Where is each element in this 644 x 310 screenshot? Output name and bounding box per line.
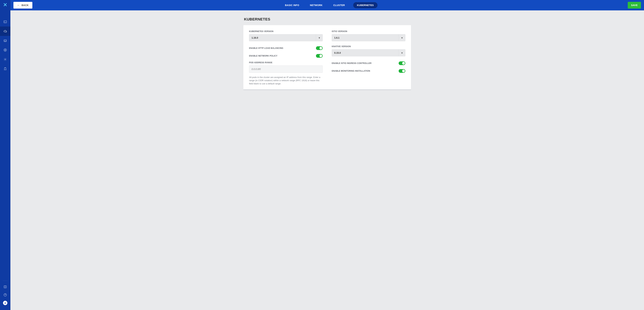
sidebar-item-lock[interactable] <box>0 45 10 55</box>
network-policy-label: ENABLE NETWORK POLICY <box>249 55 278 57</box>
inbox-icon <box>3 39 7 42</box>
chevron-down-icon: ▾ <box>398 34 405 41</box>
top-bar: ← BACK BASIC INFO NETWORK CLUSTER KUBERN… <box>10 0 644 10</box>
tab-network[interactable]: NETWORK <box>308 2 325 8</box>
back-button-label: BACK <box>22 4 29 6</box>
avatar <box>3 301 8 305</box>
gear-icon <box>3 58 7 61</box>
top-tabs: BASIC INFO NETWORK CLUSTER KUBERNETES <box>32 2 628 8</box>
lock-icon <box>3 48 7 52</box>
svg-rect-0 <box>4 21 7 23</box>
sidebar-item-inbox[interactable] <box>0 36 10 45</box>
pod-range-help: All pods in the cluster are assigned an … <box>249 76 323 86</box>
http-lb-row: ENABLE HTTP LOAD BALANCING <box>249 46 323 50</box>
chevron-down-icon: ▾ <box>316 34 322 41</box>
app-root: ← BACK BASIC INFO NETWORK CLUSTER KUBERN… <box>0 0 644 310</box>
sidebar-bottom <box>0 279 10 310</box>
cloud-icon <box>3 29 7 33</box>
chevron-down-icon: ▾ <box>398 50 405 56</box>
monitoring-row: ENABLE MONITORING INSTALLATION <box>332 69 405 73</box>
network-policy-toggle[interactable] <box>316 54 323 58</box>
tab-basic-info[interactable]: BASIC INFO <box>282 2 302 8</box>
k8s-version-value: 1.16.0 <box>249 36 316 39</box>
svg-rect-4 <box>4 68 6 70</box>
monitoring-toggle[interactable] <box>399 69 405 73</box>
tab-kubernetes[interactable]: KUBERNETES <box>353 2 377 8</box>
clipboard-icon <box>3 67 7 70</box>
svg-point-7 <box>5 296 5 296</box>
main-area: ← BACK BASIC INFO NETWORK CLUSTER KUBERN… <box>10 0 644 310</box>
sidebar-item-cloud[interactable] <box>0 26 10 36</box>
network-policy-row: ENABLE NETWORK POLICY <box>249 54 323 58</box>
istio-version-label: ISTIO VERSION <box>332 30 405 32</box>
save-button[interactable]: SAVE <box>628 2 641 8</box>
pod-range-label: POD ADDRESS RANGE <box>249 62 323 64</box>
right-column: ISTIO VERSION 1.6.1 ▾ KNATIVE VERSION 0.… <box>332 30 405 86</box>
left-column: KUBERNETES VERSION 1.16.0 ▾ ENABLE HTTP … <box>249 30 323 86</box>
arrow-left-icon: ← <box>17 4 20 7</box>
istio-version-select[interactable]: 1.6.1 ▾ <box>332 34 405 41</box>
app-logo[interactable] <box>3 2 8 7</box>
sidebar-item-settings[interactable] <box>0 55 10 64</box>
help-icon <box>3 293 7 297</box>
terminal-icon <box>3 20 7 24</box>
monitoring-label: ENABLE MONITORING INSTALLATION <box>332 70 370 72</box>
sidebar-item-help[interactable] <box>0 291 10 299</box>
pod-range-input[interactable] <box>249 66 323 73</box>
k8s-version-select[interactable]: 1.16.0 ▾ <box>249 34 323 41</box>
knative-version-select[interactable]: 0.15.0 ▾ <box>332 49 405 56</box>
http-lb-toggle[interactable] <box>316 46 323 50</box>
page-title: KUBERNETES <box>243 17 411 22</box>
istio-ingress-toggle[interactable] <box>399 62 405 65</box>
content-scroll: KUBERNETES KUBERNETES VERSION 1.16.0 ▾ E… <box>10 10 644 310</box>
sidebar-item-clipboard[interactable] <box>0 64 10 74</box>
svg-point-1 <box>4 49 7 52</box>
tab-cluster[interactable]: CLUSTER <box>331 2 347 8</box>
left-sidebar <box>0 0 10 310</box>
svg-rect-2 <box>5 50 6 51</box>
back-button[interactable]: ← BACK <box>14 2 32 8</box>
http-lb-label: ENABLE HTTP LOAD BALANCING <box>249 47 283 49</box>
knative-version-value: 0.15.0 <box>332 52 398 54</box>
k8s-version-label: KUBERNETES VERSION <box>249 30 323 32</box>
istio-ingress-label: ENABLE ISTIO INGRESS CONTROLLER <box>332 62 372 64</box>
kubernetes-card: KUBERNETES VERSION 1.16.0 ▾ ENABLE HTTP … <box>243 25 411 90</box>
book-icon <box>3 285 7 289</box>
istio-version-value: 1.6.1 <box>332 36 398 39</box>
svg-point-8 <box>5 302 6 303</box>
sidebar-item-docs[interactable] <box>0 283 10 291</box>
istio-ingress-row: ENABLE ISTIO INGRESS CONTROLLER <box>332 61 405 66</box>
knative-version-label: KNATIVE VERSION <box>332 45 405 48</box>
sidebar-item-user[interactable] <box>0 299 10 307</box>
svg-point-3 <box>5 59 6 60</box>
user-icon <box>4 302 6 304</box>
sidebar-item-terminal[interactable] <box>0 17 10 26</box>
